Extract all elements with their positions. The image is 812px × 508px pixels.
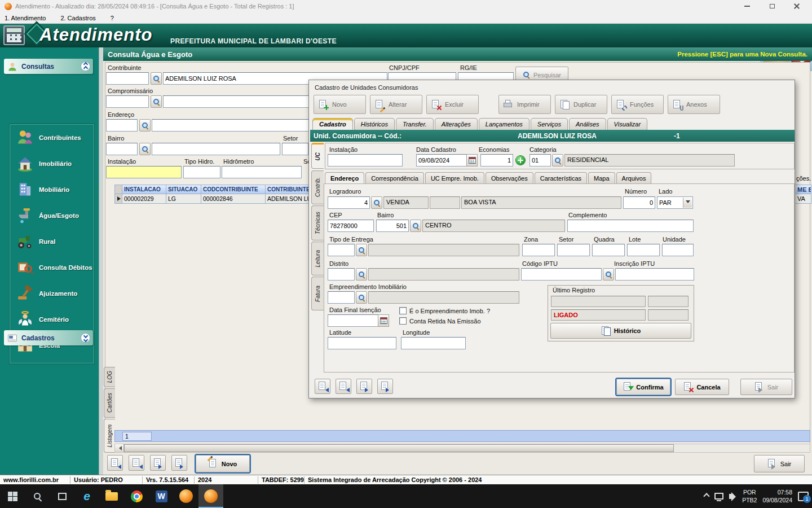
vtab-fatura[interactable]: Fatura (311, 277, 324, 310)
speaker-icon[interactable] (729, 494, 733, 499)
sidebar-item-contribuintes[interactable]: Contribuintes (16, 128, 94, 147)
toolbar-funcoes-button[interactable]: Funções (611, 95, 664, 114)
toolbar-imprimir-button[interactable]: Imprimir (498, 95, 551, 114)
scroll-left-button[interactable] (115, 444, 124, 452)
subtab-correspondencia[interactable]: Correspondência (365, 172, 424, 183)
dlg-nav-next-button[interactable] (356, 379, 372, 394)
cancela-button[interactable]: Cancela (675, 379, 729, 395)
start-button[interactable] (0, 484, 25, 508)
expand-down-icon[interactable] (81, 333, 90, 343)
nav-next-button[interactable] (150, 455, 166, 471)
dropdown-button[interactable] (683, 198, 692, 208)
empreendimento-imob-checkbox[interactable] (399, 307, 407, 314)
minimize-button[interactable] (735, 0, 759, 12)
bairro-code-input[interactable] (376, 220, 409, 232)
sidebar-item-ajuizamento[interactable]: Ajuizamento (16, 284, 94, 303)
file-explorer-button[interactable] (99, 484, 124, 508)
data-final-isencao-input[interactable] (328, 314, 378, 327)
confirma-button[interactable]: Confirma (616, 379, 670, 395)
notification-icon[interactable]: 1 (798, 492, 809, 501)
sidebar-splitter[interactable] (99, 47, 103, 484)
zona-input[interactable] (522, 244, 555, 256)
bairro-name-input[interactable] (152, 143, 280, 155)
data-cadastro-calendar-button[interactable] (466, 154, 478, 167)
toolbar-anexos-button[interactable]: Anexos (668, 95, 720, 114)
tab-historicos[interactable]: Históricos (354, 118, 395, 130)
col-instalacao[interactable]: INSTALACAO (122, 185, 166, 194)
network-icon[interactable] (714, 493, 723, 500)
numero-input[interactable] (623, 196, 655, 209)
logradouro-search-button[interactable] (371, 196, 382, 209)
pagination-cell[interactable]: 1 (122, 432, 152, 441)
dlg-nav-last-button[interactable] (377, 379, 393, 394)
tipo-entrega-input[interactable] (328, 244, 355, 256)
sidebar-item-mobiliario[interactable]: Mobiliário (16, 180, 94, 199)
setor-input[interactable] (282, 143, 308, 155)
subtab-mapa[interactable]: Mapa (588, 172, 615, 183)
vtab-leitura[interactable]: Leitura (311, 242, 324, 275)
categoria-search-button[interactable] (552, 154, 563, 167)
word-button[interactable]: W (149, 484, 174, 508)
dlg-nav-prev-button[interactable] (336, 379, 351, 394)
sair-button-dialog[interactable]: Sair (740, 379, 792, 395)
collapse-up-icon[interactable] (81, 62, 90, 71)
tab-cartoes[interactable]: Cartões (104, 388, 115, 418)
nav-prev-button[interactable] (129, 455, 144, 471)
endereco-code-input[interactable] (106, 119, 138, 132)
col-situacao[interactable]: SITUACAO (166, 185, 201, 194)
sidebar-item-cemiterio[interactable]: Cemitério (16, 310, 94, 329)
setor-input[interactable] (557, 244, 590, 256)
scrollbar-thumb[interactable] (124, 444, 674, 452)
endereco-search-button[interactable] (139, 119, 151, 132)
sidebar-section-consultas[interactable]: Consultas (4, 59, 93, 74)
longitude-input[interactable] (401, 337, 466, 349)
task-view-button[interactable] (50, 484, 74, 508)
sidebar-item-consulta-debitos[interactable]: Consulta Débitos (16, 258, 94, 277)
subtab-observacoes[interactable]: Observações (486, 172, 533, 183)
toolbar-excluir-button[interactable]: Excluir (426, 95, 479, 114)
language-indicator[interactable]: PORPTB2 (742, 488, 757, 504)
novo-button[interactable]: Novo (196, 455, 250, 472)
taskbar-search-button[interactable] (25, 484, 50, 508)
sidebar-section-cadastros[interactable]: Cadastros (4, 330, 93, 345)
fiorilli-app-active-button[interactable] (198, 484, 223, 508)
menu-atendimento[interactable]: 1. Atendimento (5, 15, 46, 21)
edge-button[interactable]: e (74, 484, 99, 508)
col-codcontribuinte[interactable]: CODCONTRIBUINTE (201, 185, 266, 194)
complemento-input[interactable] (567, 220, 694, 232)
inscricao-iptu-input[interactable] (615, 268, 694, 281)
codigo-iptu-input[interactable] (521, 268, 602, 281)
contribuinte-code-input[interactable] (106, 72, 149, 85)
sair-button-main[interactable]: Sair (754, 455, 805, 472)
unidade-input[interactable] (662, 244, 694, 256)
subtab-caracteristicas[interactable]: Características (535, 172, 587, 183)
tab-transfer[interactable]: Transfer. (396, 118, 434, 130)
tab-cadastro[interactable]: Cadastro (312, 118, 353, 130)
categoria-code-input[interactable] (529, 154, 551, 167)
lado-select[interactable]: PAR (657, 196, 693, 209)
vtab-uc[interactable]: UC (311, 143, 324, 169)
bairro-search-button[interactable] (410, 220, 421, 232)
vtab-tecnicas[interactable]: Técnicas (311, 205, 324, 240)
conta-retida-checkbox[interactable] (399, 317, 407, 325)
tipo-hidro-input[interactable] (183, 166, 220, 178)
toolbar-alterar-button[interactable]: Alterar (370, 95, 422, 114)
tab-analises[interactable]: Análises (569, 118, 606, 130)
tab-visualizar[interactable]: Visualizar (607, 118, 648, 130)
latitude-input[interactable] (328, 337, 396, 349)
add-economia-icon[interactable] (516, 156, 525, 165)
sidebar-item-imobiliario[interactable]: Imobiliário (16, 154, 94, 173)
economias-input[interactable] (480, 154, 513, 167)
uc-instalacao-input[interactable] (328, 154, 403, 167)
tab-alteracoes[interactable]: Alterações (435, 118, 478, 130)
subtab-endereco[interactable]: Endereço (325, 172, 364, 183)
dlg-nav-first-button[interactable] (315, 379, 330, 394)
tab-lancamentos[interactable]: Lançamentos (479, 118, 529, 130)
cep-input[interactable] (328, 220, 374, 232)
clock[interactable]: 07:5809/08/2024 (762, 488, 792, 504)
maximize-button[interactable] (760, 0, 784, 12)
fiorilli-app-button[interactable] (174, 484, 198, 508)
nav-last-button[interactable] (171, 455, 187, 471)
quadra-input[interactable] (592, 244, 625, 256)
toolbar-novo-button[interactable]: Novo (314, 95, 366, 114)
